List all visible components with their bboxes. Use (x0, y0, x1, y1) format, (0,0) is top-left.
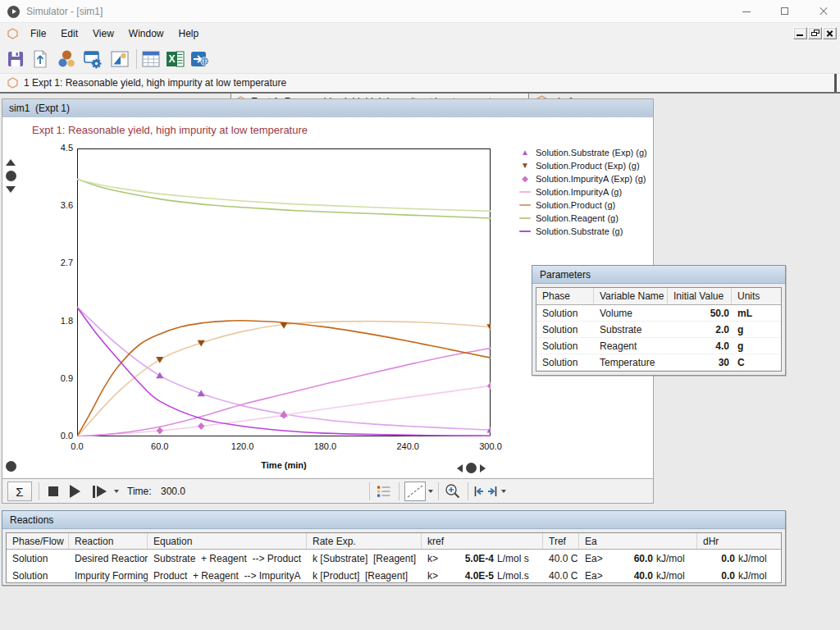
table-row[interactable]: Solution Desired Reaction Substrate + Re… (7, 550, 781, 567)
mdi-close-button[interactable] (823, 27, 837, 39)
menu-help[interactable]: Help (171, 25, 207, 42)
column-header: Tref (543, 533, 579, 549)
tab-scrollbar-handle[interactable] (834, 74, 837, 92)
column-header: Reaction (69, 533, 148, 549)
initial-value-cell[interactable]: 30 (668, 357, 732, 368)
x-tick-label: 0.0 (59, 441, 95, 451)
species-button[interactable] (57, 48, 78, 70)
chart-image-button[interactable] (109, 48, 130, 70)
mdi-restore-button[interactable] (808, 27, 822, 39)
initial-value-cell[interactable]: 50.0 (668, 308, 732, 319)
reactions-table-header: Phase/Flow Reaction Equation Rate Exp. k… (7, 533, 781, 550)
window-title: Simulator - [sim1] (26, 6, 103, 17)
legend-label: Solution.Product (g) (536, 200, 615, 210)
fit-width-button[interactable] (474, 479, 497, 504)
species-circles-icon (57, 48, 78, 70)
table-row[interactable]: Solution Temperature 30 C (536, 354, 781, 371)
reactions-panel-title[interactable]: Reactions (2, 511, 785, 529)
run-options-caret[interactable] (114, 479, 119, 504)
line-swatch-icon (518, 231, 532, 232)
simulation-window-titlebar[interactable]: sim1 (Expt 1) (2, 99, 653, 117)
equation-cell[interactable]: Substrate + Reagent --> Product (148, 553, 307, 564)
excel-button[interactable]: X (165, 48, 186, 70)
save-icon (7, 50, 25, 68)
table-row[interactable]: Solution Volume 50.0 mL (536, 305, 781, 322)
tab-experiment-1[interactable]: 1 Expt 1: Reasonable yield, high impurit… (24, 77, 286, 89)
pan-left-icon[interactable] (457, 464, 463, 472)
y-tick-label: 0.9 (40, 373, 73, 383)
title-bar: Simulator - [sim1] (0, 0, 840, 23)
x-tick-label: 120.0 (225, 441, 261, 451)
caret-down-icon (428, 490, 433, 493)
table-row[interactable]: Solution Reagent 4.0 g (536, 338, 781, 354)
legend-label: Solution.Substrate (Exp) (g) (536, 148, 647, 158)
chart-image-icon (110, 49, 130, 69)
display-options-button[interactable] (377, 479, 391, 504)
integrate-button[interactable]: Σ (7, 482, 32, 501)
vertical-pan-control (4, 159, 17, 193)
pan-down-icon[interactable] (6, 186, 16, 193)
triangle-up-marker-icon: ▲ (518, 148, 532, 157)
x-tick-label: 240.0 (390, 441, 426, 451)
line-style-caret[interactable] (428, 479, 433, 504)
table-row[interactable]: Solution Substrate 2.0 g (536, 322, 781, 338)
parameters-panel-title[interactable]: Parameters (532, 266, 785, 284)
kref-value[interactable]: 5.0E-4 (445, 553, 497, 564)
column-header: Variable Name (594, 288, 668, 304)
legend-label: Solution.Reagent (g) (536, 213, 619, 223)
initial-value-cell[interactable]: 2.0 (668, 324, 732, 336)
pan-up-icon[interactable] (6, 159, 16, 166)
mdi-minimize-button[interactable] (793, 27, 807, 39)
close-button[interactable] (810, 0, 838, 23)
legend-item: ◆Solution.ImpurityA (Exp) (g) (518, 172, 647, 185)
pan-right-icon[interactable] (480, 464, 486, 472)
horizontal-pan-origin-icon[interactable] (6, 461, 16, 472)
menu-bar: File Edit View Window Help (0, 23, 840, 43)
play-button[interactable] (70, 479, 80, 504)
menu-view[interactable]: View (85, 25, 121, 42)
maximize-button[interactable] (771, 0, 799, 23)
legend-label: Solution.ImpurityA (Exp) (g) (536, 174, 646, 184)
column-header: dHr (697, 533, 779, 549)
dhr-value[interactable]: 0.0 (697, 553, 738, 564)
fit-options-caret[interactable] (501, 479, 506, 504)
scenario-settings-button[interactable] (82, 48, 103, 70)
simulator-app: Simulator - [sim1] File Edit View Window… (0, 0, 840, 630)
series-list-icon (377, 485, 391, 498)
pan-center-icon[interactable] (466, 463, 477, 473)
menu-edit[interactable]: Edit (53, 25, 85, 42)
equation-cell[interactable]: Product + Reagent --> ImpurityA (148, 570, 307, 582)
publish-button[interactable] (189, 48, 211, 70)
line-style-icon (406, 484, 424, 499)
line-style-button[interactable] (404, 482, 426, 501)
table-row[interactable]: Solution Impurity Forming Product + Reag… (7, 567, 781, 583)
step-button[interactable] (93, 479, 107, 504)
column-header: Equation (148, 533, 307, 549)
play-icon (70, 485, 80, 498)
tref-value[interactable]: 40.0 C (543, 553, 579, 564)
x-axis-label: Time (min) (77, 460, 491, 470)
legend-item: Solution.Substrate (g) (518, 225, 647, 238)
tref-value[interactable]: 40.0 C (543, 570, 579, 582)
stop-button[interactable] (48, 479, 58, 504)
minimize-button[interactable] (733, 0, 760, 23)
dhr-value[interactable]: 0.0 (697, 570, 738, 582)
import-button[interactable] (30, 48, 51, 70)
line-swatch-icon (518, 217, 532, 219)
initial-value-cell[interactable]: 4.0 (668, 340, 732, 352)
menu-file[interactable]: File (23, 25, 53, 42)
parameters-table-header: Phase Variable Name Initial Value Units (536, 288, 781, 305)
data-table-button[interactable] (140, 48, 162, 70)
ea-value[interactable]: 40.0 (608, 570, 656, 582)
zoom-in-button[interactable] (444, 479, 462, 504)
menu-window[interactable]: Window (121, 25, 171, 42)
save-button[interactable] (5, 48, 26, 70)
legend-label: Solution.ImpurityA (g) (536, 187, 622, 197)
toolbar-separator (136, 49, 137, 69)
column-header: kref (422, 533, 543, 549)
ea-value[interactable]: 60.0 (608, 553, 656, 564)
pan-center-icon[interactable] (6, 171, 16, 181)
plot-area[interactable] (77, 148, 491, 436)
kref-value[interactable]: 4.0E-5 (445, 570, 497, 582)
column-header: Phase/Flow (7, 533, 69, 549)
